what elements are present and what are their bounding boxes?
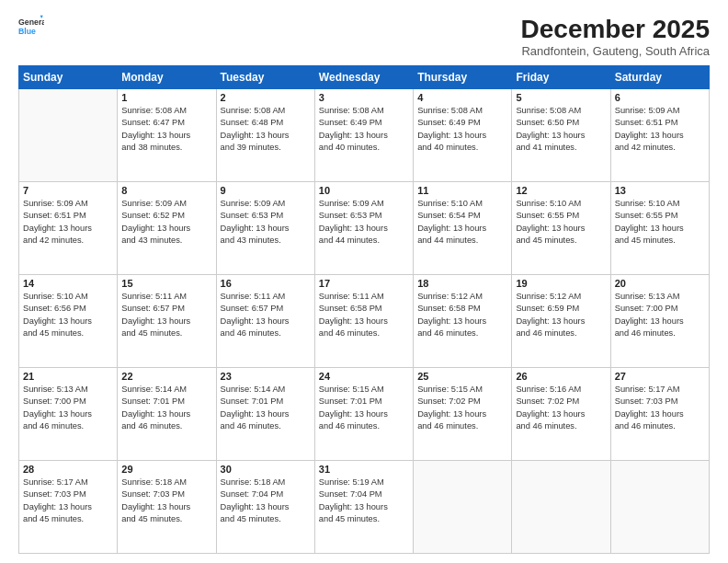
day-info: Sunrise: 5:17 AMSunset: 7:03 PMDaylight:… (615, 384, 705, 433)
day-info: Sunrise: 5:13 AMSunset: 7:00 PMDaylight:… (615, 291, 705, 340)
logo: General Blue (18, 15, 44, 40)
day-info: Sunrise: 5:09 AMSunset: 6:51 PMDaylight:… (615, 105, 705, 155)
calendar-cell: 23Sunrise: 5:14 AMSunset: 7:01 PMDayligh… (216, 368, 314, 461)
calendar-cell: 25Sunrise: 5:15 AMSunset: 7:02 PMDayligh… (414, 368, 512, 461)
calendar-cell: 29Sunrise: 5:18 AMSunset: 7:03 PMDayligh… (118, 461, 216, 554)
week-row: 21Sunrise: 5:13 AMSunset: 7:00 PMDayligh… (19, 368, 710, 461)
calendar-cell: 31Sunrise: 5:19 AMSunset: 7:04 PMDayligh… (314, 461, 413, 554)
day-info: Sunrise: 5:08 AMSunset: 6:49 PMDaylight:… (417, 105, 507, 155)
logo-icon: General Blue (18, 15, 44, 40)
header: General Blue December 2025 Randfontein, … (18, 15, 710, 58)
day-info: Sunrise: 5:10 AMSunset: 6:56 PMDaylight:… (23, 291, 113, 340)
weekday-header: Friday (512, 66, 610, 89)
day-info: Sunrise: 5:17 AMSunset: 7:03 PMDaylight:… (23, 477, 113, 526)
day-number: 1 (121, 92, 211, 103)
page: General Blue December 2025 Randfontein, … (0, 0, 728, 563)
calendar-cell: 15Sunrise: 5:11 AMSunset: 6:57 PMDayligh… (118, 275, 216, 368)
day-info: Sunrise: 5:08 AMSunset: 6:50 PMDaylight:… (516, 105, 606, 155)
day-number: 29 (121, 464, 211, 475)
calendar-table: SundayMondayTuesdayWednesdayThursdayFrid… (18, 65, 710, 554)
day-number: 25 (417, 371, 507, 382)
week-row: 1Sunrise: 5:08 AMSunset: 6:47 PMDaylight… (19, 89, 710, 182)
day-number: 19 (516, 278, 606, 289)
svg-text:General: General (18, 17, 44, 27)
day-number: 9 (221, 185, 311, 196)
day-number: 10 (319, 185, 409, 196)
day-info: Sunrise: 5:12 AMSunset: 6:59 PMDaylight:… (516, 291, 606, 340)
calendar-cell: 16Sunrise: 5:11 AMSunset: 6:57 PMDayligh… (216, 275, 314, 368)
calendar-body: 1Sunrise: 5:08 AMSunset: 6:47 PMDaylight… (19, 89, 710, 554)
day-number: 20 (615, 278, 705, 289)
calendar-cell: 20Sunrise: 5:13 AMSunset: 7:00 PMDayligh… (610, 275, 709, 368)
month-title: December 2025 (521, 15, 710, 44)
calendar-cell: 12Sunrise: 5:10 AMSunset: 6:55 PMDayligh… (512, 182, 610, 275)
calendar-cell (512, 461, 610, 554)
calendar-cell: 19Sunrise: 5:12 AMSunset: 6:59 PMDayligh… (512, 275, 610, 368)
calendar-cell (414, 461, 512, 554)
calendar-cell: 6Sunrise: 5:09 AMSunset: 6:51 PMDaylight… (610, 89, 709, 182)
calendar-cell: 21Sunrise: 5:13 AMSunset: 7:00 PMDayligh… (19, 368, 118, 461)
day-info: Sunrise: 5:15 AMSunset: 7:01 PMDaylight:… (319, 384, 409, 433)
weekday-header: Monday (118, 66, 216, 89)
day-number: 8 (121, 185, 211, 196)
day-number: 28 (23, 464, 113, 475)
calendar-cell: 9Sunrise: 5:09 AMSunset: 6:53 PMDaylight… (216, 182, 314, 275)
day-number: 24 (319, 371, 409, 382)
day-number: 31 (319, 464, 409, 475)
weekday-header: Thursday (414, 66, 512, 89)
day-info: Sunrise: 5:10 AMSunset: 6:54 PMDaylight:… (417, 198, 507, 247)
calendar-cell: 14Sunrise: 5:10 AMSunset: 6:56 PMDayligh… (19, 275, 118, 368)
calendar-cell (610, 461, 709, 554)
day-info: Sunrise: 5:08 AMSunset: 6:49 PMDaylight:… (319, 105, 409, 155)
day-info: Sunrise: 5:12 AMSunset: 6:58 PMDaylight:… (417, 291, 507, 340)
calendar-cell: 5Sunrise: 5:08 AMSunset: 6:50 PMDaylight… (512, 89, 610, 182)
day-info: Sunrise: 5:14 AMSunset: 7:01 PMDaylight:… (121, 384, 211, 433)
day-number: 21 (23, 371, 113, 382)
day-number: 26 (516, 371, 606, 382)
svg-text:Blue: Blue (18, 27, 36, 36)
day-number: 3 (319, 92, 409, 103)
calendar-cell: 28Sunrise: 5:17 AMSunset: 7:03 PMDayligh… (19, 461, 118, 554)
week-row: 7Sunrise: 5:09 AMSunset: 6:51 PMDaylight… (19, 182, 710, 275)
day-number: 2 (221, 92, 311, 103)
calendar-cell: 26Sunrise: 5:16 AMSunset: 7:02 PMDayligh… (512, 368, 610, 461)
calendar-cell (19, 89, 118, 182)
day-info: Sunrise: 5:09 AMSunset: 6:52 PMDaylight:… (121, 198, 211, 247)
calendar-cell: 10Sunrise: 5:09 AMSunset: 6:53 PMDayligh… (314, 182, 413, 275)
weekday-header: Wednesday (314, 66, 413, 89)
calendar-cell: 22Sunrise: 5:14 AMSunset: 7:01 PMDayligh… (118, 368, 216, 461)
week-row: 14Sunrise: 5:10 AMSunset: 6:56 PMDayligh… (19, 275, 710, 368)
day-number: 23 (221, 371, 311, 382)
day-info: Sunrise: 5:10 AMSunset: 6:55 PMDaylight:… (615, 198, 705, 247)
weekday-header: Sunday (19, 66, 118, 89)
calendar-cell: 18Sunrise: 5:12 AMSunset: 6:58 PMDayligh… (414, 275, 512, 368)
calendar-cell: 24Sunrise: 5:15 AMSunset: 7:01 PMDayligh… (314, 368, 413, 461)
calendar-cell: 3Sunrise: 5:08 AMSunset: 6:49 PMDaylight… (314, 89, 413, 182)
calendar-cell: 1Sunrise: 5:08 AMSunset: 6:47 PMDaylight… (118, 89, 216, 182)
location: Randfontein, Gauteng, South Africa (521, 44, 710, 58)
day-number: 7 (23, 185, 113, 196)
day-number: 17 (319, 278, 409, 289)
day-info: Sunrise: 5:11 AMSunset: 6:57 PMDaylight:… (221, 291, 311, 340)
weekday-header: Tuesday (216, 66, 314, 89)
day-info: Sunrise: 5:08 AMSunset: 6:47 PMDaylight:… (121, 105, 211, 155)
calendar-cell: 30Sunrise: 5:18 AMSunset: 7:04 PMDayligh… (216, 461, 314, 554)
day-number: 11 (417, 185, 507, 196)
day-info: Sunrise: 5:11 AMSunset: 6:58 PMDaylight:… (319, 291, 409, 340)
day-info: Sunrise: 5:15 AMSunset: 7:02 PMDaylight:… (417, 384, 507, 433)
day-info: Sunrise: 5:09 AMSunset: 6:51 PMDaylight:… (23, 198, 113, 247)
calendar-cell: 8Sunrise: 5:09 AMSunset: 6:52 PMDaylight… (118, 182, 216, 275)
day-info: Sunrise: 5:18 AMSunset: 7:03 PMDaylight:… (121, 477, 211, 526)
day-number: 13 (615, 185, 705, 196)
day-info: Sunrise: 5:18 AMSunset: 7:04 PMDaylight:… (221, 477, 311, 526)
day-number: 18 (417, 278, 507, 289)
day-info: Sunrise: 5:14 AMSunset: 7:01 PMDaylight:… (221, 384, 311, 433)
day-info: Sunrise: 5:16 AMSunset: 7:02 PMDaylight:… (516, 384, 606, 433)
day-number: 27 (615, 371, 705, 382)
day-number: 14 (23, 278, 113, 289)
day-number: 15 (121, 278, 211, 289)
day-number: 5 (516, 92, 606, 103)
day-info: Sunrise: 5:09 AMSunset: 6:53 PMDaylight:… (319, 198, 409, 247)
calendar-cell: 17Sunrise: 5:11 AMSunset: 6:58 PMDayligh… (314, 275, 413, 368)
day-number: 12 (516, 185, 606, 196)
